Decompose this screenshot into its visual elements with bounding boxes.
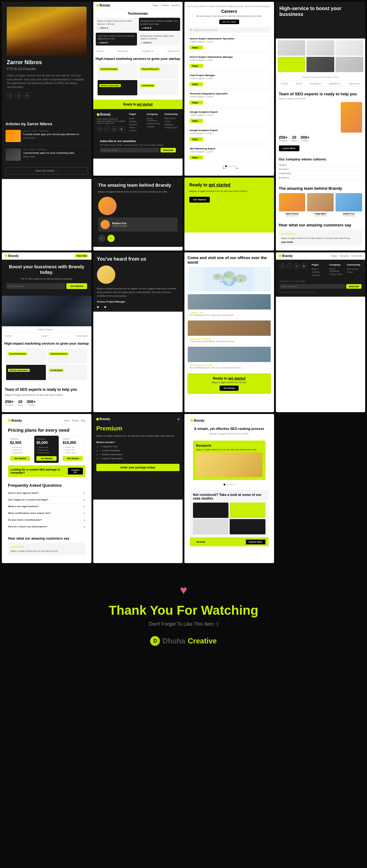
- instagram-icon[interactable]: ◎: [15, 93, 21, 99]
- footer-help[interactable]: Help Center: [164, 117, 179, 120]
- hs-brand-2: bose: [296, 83, 302, 85]
- pricing-nav-links: Home Pricing Blog: [64, 420, 85, 422]
- price-btn-premium[interactable]: Get Started: [36, 456, 57, 461]
- ff-services[interactable]: Services: [312, 274, 326, 276]
- boost-cta-button[interactable]: Get Started: [66, 283, 87, 289]
- footer-yt-icon[interactable]: ▶: [119, 126, 124, 132]
- nav-link-pages[interactable]: Pages: [152, 4, 159, 6]
- footer-ig-icon[interactable]: ◎: [112, 126, 117, 132]
- faq-item-5[interactable]: Do you have a monthly plan? +: [8, 517, 85, 524]
- ff-portfolio[interactable]: Portfolio: [312, 271, 326, 273]
- footer-privacy[interactable]: Privacy Policy: [147, 123, 162, 125]
- faq-item-1[interactable]: How is your agency team? +: [8, 490, 85, 497]
- subscribe-button[interactable]: Subscribe: [161, 148, 176, 152]
- faq-item-3[interactable]: What is the legal timeline? +: [8, 503, 85, 510]
- job-location-3: United Kingdom, London: [190, 77, 269, 80]
- price-feat-s2: ✓ Feature two: [10, 449, 30, 451]
- footer-terms[interactable]: Terms Conditions: [147, 117, 162, 122]
- footer-link-home[interactable]: Home: [129, 117, 144, 120]
- footer-link-works[interactable]: Works: [129, 126, 144, 129]
- ff-home[interactable]: Home: [312, 268, 326, 270]
- explore-link[interactable]: Explore More →: [2, 326, 91, 333]
- ff-email-input[interactable]: [280, 284, 345, 289]
- nav-link-services[interactable]: Services: [171, 4, 179, 6]
- ff-subscribe-btn[interactable]: Subscribe: [346, 284, 362, 289]
- nav-link-portfolio[interactable]: Portfolio: [161, 4, 169, 6]
- ff-privacy[interactable]: Privacy Policy: [329, 273, 344, 275]
- subscribe-input[interactable]: [100, 148, 160, 152]
- apply-button-7[interactable]: Apply →: [190, 156, 203, 159]
- footer-fb-icon[interactable]: f: [104, 126, 110, 132]
- offices-cta-button[interactable]: Get Started: [220, 385, 238, 391]
- twitter-icon[interactable]: 𝕏: [7, 93, 13, 99]
- value-item-1: Integrity: [279, 163, 362, 167]
- linkedin-icon[interactable]: in: [24, 93, 30, 99]
- apply-button-4[interactable]: Apply →: [190, 100, 203, 104]
- join-team-button[interactable]: Join Our Team: [219, 20, 239, 24]
- apply-button-2[interactable]: Apply →: [190, 64, 203, 68]
- ff-ig[interactable]: ◎: [294, 264, 300, 269]
- pricing-nav-home[interactable]: Home: [64, 420, 69, 422]
- ff-forum[interactable]: Forum: [347, 271, 362, 273]
- footer-link-services[interactable]: Services: [129, 123, 144, 126]
- hamburger-icon[interactable]: ≡: [177, 417, 179, 421]
- apply-button-1[interactable]: Apply →: [190, 45, 203, 50]
- job-location-7: United Kingdom, London: [190, 151, 269, 153]
- search-placeholder[interactable]: Type in your favorite role: [194, 29, 218, 31]
- boost-stat-1: 250+ Projects: [5, 399, 14, 406]
- page-dot-2[interactable]: [228, 165, 230, 167]
- faq-item-6[interactable]: How do I cancel my subscription? +: [8, 524, 85, 530]
- ff-help[interactable]: Help Center: [347, 268, 362, 270]
- research-card: Research Aliqua ut fugiat nostrud irure …: [193, 440, 265, 480]
- order-button[interactable]: Order your package today!: [96, 464, 180, 471]
- offices-cta-text: Ready to get started: [191, 376, 268, 380]
- faq-toggle-1: +: [84, 492, 85, 495]
- footer-link-portfolio[interactable]: Portfolio: [129, 120, 144, 123]
- faq-q3-text: What is the legal timeline?: [8, 505, 38, 508]
- brandy-footer-links: Pages Company Community: [331, 255, 362, 257]
- footer-webinars[interactable]: Webinars: [164, 123, 179, 126]
- next-arrow[interactable]: →: [107, 235, 115, 242]
- prev-arrow[interactable]: ←: [98, 235, 106, 242]
- boost-cta-pill[interactable]: Free Trial: [75, 254, 88, 257]
- faq-item-4[interactable]: What certifications does Aspire has? +: [8, 510, 85, 517]
- custom-contact-button[interactable]: Contact Us: [68, 468, 83, 474]
- ff-yt[interactable]: ▶: [302, 264, 307, 269]
- ff-fb[interactable]: f: [287, 264, 292, 269]
- page-dot-prev[interactable]: ←: [222, 165, 224, 167]
- page-dot-next[interactable]: →: [234, 165, 236, 167]
- team-role-2: Content Writer: [307, 215, 334, 217]
- check-icon-2: ✓: [96, 450, 98, 452]
- price-btn-standard[interactable]: Get Started: [10, 456, 30, 461]
- get-started-button[interactable]: Get Started: [189, 197, 210, 203]
- job-item-1: Search Engine Optimization Specialist Un…: [188, 35, 271, 52]
- pricing-nav-pricing[interactable]: Pricing: [72, 420, 78, 422]
- footer-twitter-icon[interactable]: 𝕏: [97, 126, 103, 132]
- pricing-stars: ★★★★★: [10, 545, 83, 549]
- price-btn-deluxe[interactable]: Get Started: [63, 456, 83, 461]
- pricing-nav-blog[interactable]: Blog: [81, 420, 85, 422]
- yh-dot-2[interactable]: [101, 306, 103, 308]
- boost-email-input[interactable]: [6, 283, 65, 289]
- apply-button-6[interactable]: Apply →: [190, 137, 203, 141]
- bf-link-community[interactable]: Community: [351, 255, 362, 257]
- bf-link-pages[interactable]: Pages: [331, 255, 337, 257]
- service-website-opt: Website Optimization: [97, 80, 137, 95]
- ff-twitter[interactable]: 𝕏: [280, 264, 285, 269]
- yh-dot-3[interactable]: [104, 306, 106, 308]
- footer-professionals[interactable]: Professionals: [164, 126, 179, 129]
- faq-item-2[interactable]: Can I apply for a custom package? +: [8, 497, 85, 503]
- apply-button-3[interactable]: Apply →: [190, 82, 203, 86]
- hs-title: High-service to boost your bussiness: [280, 5, 362, 17]
- yh-nav-dots: [97, 306, 179, 308]
- learn-more-button[interactable]: Learn More: [279, 146, 300, 151]
- yh-dot-1[interactable]: [97, 306, 99, 308]
- price-amount-deluxe: $10,000: [63, 440, 83, 445]
- bf-link-company[interactable]: Company: [340, 255, 349, 257]
- footer-link-careers[interactable]: Careers: [129, 129, 144, 132]
- footer-cookies[interactable]: Cookies: [147, 126, 162, 128]
- view-all-button[interactable]: View All Articles →: [5, 167, 88, 175]
- ff-terms[interactable]: Terms Conditions: [329, 268, 344, 272]
- apply-button-5[interactable]: Apply →: [190, 119, 203, 123]
- footer-forum[interactable]: Forum: [164, 120, 179, 123]
